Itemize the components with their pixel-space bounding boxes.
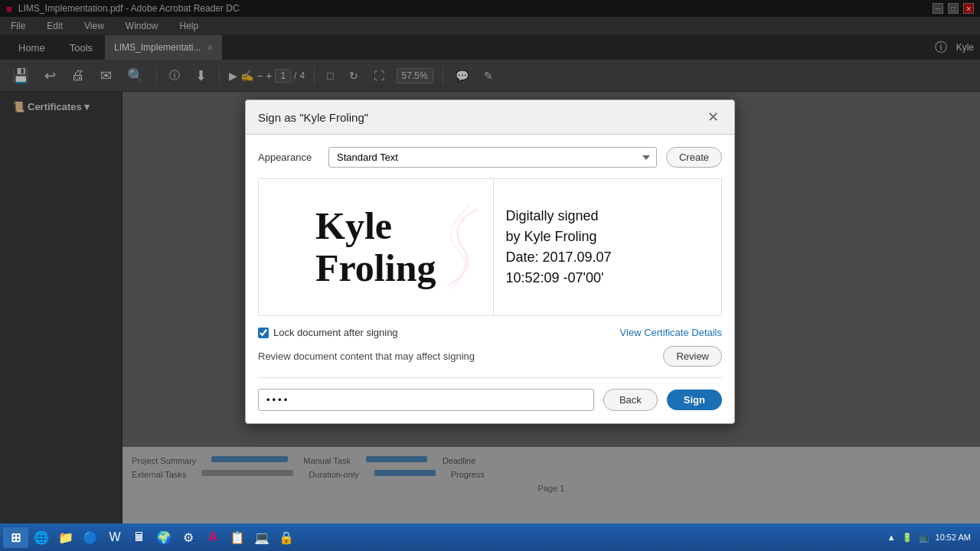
lock-checkbox[interactable]: [258, 328, 269, 338]
review-row: Review document content that may affect …: [258, 346, 722, 378]
taskbar-time: 10:52 AM: [936, 533, 971, 542]
lock-label[interactable]: Lock document after signing: [258, 327, 398, 338]
view-certificate-link[interactable]: View Certificate Details: [620, 327, 722, 338]
modal-title: Sign as "Kyle Froling": [258, 111, 368, 124]
signature-info: Digitally signed by Kyle Froling Date: 2…: [493, 179, 722, 315]
taskbar-word-icon[interactable]: W: [103, 526, 126, 549]
taskbar-app3-icon[interactable]: 💻: [250, 526, 273, 549]
taskbar-clock: ▲ 🔋 📺 10:52 AM: [887, 533, 977, 543]
sign-dialog: Sign as "Kyle Froling" ✕ Appearance Stan…: [245, 99, 735, 424]
taskbar-ie2-icon[interactable]: 🔵: [79, 526, 102, 549]
sig-line4: 10:52:09 -07'00': [506, 270, 604, 285]
signature-preview: KyleFroling Digitally signed by Kyle Fro…: [258, 178, 722, 316]
sign-button[interactable]: Sign: [667, 390, 722, 410]
taskbar-explorer-icon[interactable]: 📁: [54, 526, 77, 549]
appearance-label: Appearance: [258, 152, 319, 163]
back-button[interactable]: Back: [603, 389, 658, 411]
appearance-dropdown[interactable]: Standard Text: [328, 147, 657, 168]
modal-backdrop: Sign as "Kyle Froling" ✕ Appearance Stan…: [0, 0, 980, 523]
modal-close-button[interactable]: ✕: [704, 108, 722, 126]
create-button[interactable]: Create: [666, 147, 722, 168]
review-text: Review document content that may affect …: [258, 350, 475, 362]
password-row: Back Sign: [258, 389, 722, 411]
lock-text: Lock document after signing: [273, 327, 398, 338]
taskbar-chrome-icon[interactable]: 🌍: [152, 526, 175, 549]
review-button[interactable]: Review: [663, 346, 722, 367]
taskbar-acrobat-icon[interactable]: A: [201, 526, 224, 549]
modal-header: Sign as "Kyle Froling" ✕: [246, 100, 734, 135]
signature-name: KyleFroling: [259, 179, 493, 315]
taskbar-app4-icon[interactable]: 🔒: [275, 526, 298, 549]
password-input[interactable]: [258, 389, 594, 411]
taskbar-settings-icon[interactable]: ⚙: [177, 526, 200, 549]
modal-body: Appearance Standard Text Create KyleFrol…: [246, 135, 734, 423]
appearance-row: Appearance Standard Text Create: [258, 147, 722, 168]
sig-line1: Digitally signed: [506, 208, 599, 223]
signature-squiggle: [432, 201, 493, 293]
options-row: Lock document after signing View Certifi…: [258, 327, 722, 338]
sig-line3: Date: 2017.09.07: [506, 249, 612, 265]
taskbar-calculator-icon[interactable]: 🖩: [128, 526, 151, 549]
taskbar: ⊞ 🌐 📁 🔵 W 🖩 🌍 ⚙ A 📋 💻 🔒 ▲ 🔋 📺 10:52 AM: [0, 523, 980, 551]
start-button[interactable]: ⊞: [3, 527, 28, 548]
sig-line2: by Kyle Froling: [506, 229, 597, 244]
taskbar-ie-icon[interactable]: 🌐: [30, 526, 53, 549]
taskbar-app2-icon[interactable]: 📋: [226, 526, 249, 549]
windows-logo: ⊞: [11, 530, 21, 545]
